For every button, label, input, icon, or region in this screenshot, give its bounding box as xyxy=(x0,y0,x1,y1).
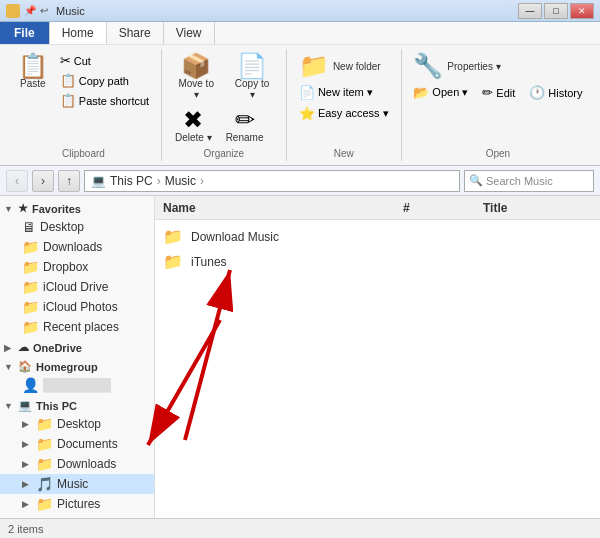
open-label: Open xyxy=(486,146,510,159)
window-controls[interactable]: — □ ✕ xyxy=(518,3,594,19)
user-label: ████████ xyxy=(43,378,111,392)
thispc-desktop-label: Desktop xyxy=(57,417,101,431)
sidebar-item-thispc-pictures[interactable]: ▶ 📁 Pictures xyxy=(0,494,154,514)
desktop-label: Desktop xyxy=(40,220,84,234)
download-music-folder-icon: 📁 xyxy=(163,227,183,246)
organize-group: 📦 Move to ▾ 📄 Copy to ▾ ✖ Delete ▾ ✏ xyxy=(162,49,287,161)
tab-view[interactable]: View xyxy=(164,22,215,44)
sidebar-item-icloud-photos[interactable]: 📁 iCloud Photos xyxy=(0,297,154,317)
ribbon: File Home Share View 📋 Paste ✂ Cut 📋 xyxy=(0,22,600,166)
thispc-music-icon: 🎵 xyxy=(36,476,53,492)
thispc-pics-exp: ▶ xyxy=(22,499,32,509)
breadcrumb[interactable]: 💻 This PC › Music › xyxy=(84,170,460,192)
status-text: 2 items xyxy=(8,523,43,535)
sidebar-item-thispc-music[interactable]: ▶ 🎵 Music xyxy=(0,474,154,494)
recent-places-icon: 📁 xyxy=(22,319,39,335)
tab-share[interactable]: Share xyxy=(107,22,164,44)
sidebar-item-dropbox[interactable]: 📁 Dropbox xyxy=(0,257,154,277)
itunes-name: iTunes xyxy=(191,255,227,269)
sidebar-item-homegroup-user[interactable]: 👤 ████████ xyxy=(0,375,154,395)
paste-shortcut-button[interactable]: 📋 Paste shortcut xyxy=(55,91,154,110)
paste-button[interactable]: 📋 Paste xyxy=(13,51,53,92)
sidebar-thispc-header[interactable]: ▼ 💻 This PC xyxy=(0,397,154,414)
breadcrumb-sep1: › xyxy=(157,174,161,188)
rename-icon: ✏ xyxy=(235,108,255,132)
search-box[interactable]: 🔍 Search Music xyxy=(464,170,594,192)
open-row2: 📂 Open ▾ ✏ Edit 🕐 History xyxy=(408,83,587,102)
move-icon: 📦 xyxy=(181,54,211,78)
download-music-name: Download Music xyxy=(191,230,279,244)
sidebar-item-thispc-documents[interactable]: ▶ 📁 Documents xyxy=(0,434,154,454)
sidebar-item-downloads[interactable]: 📁 Downloads xyxy=(0,237,154,257)
maximize-button[interactable]: □ xyxy=(544,3,568,19)
favorites-expander: ▼ xyxy=(4,204,14,214)
sidebar-section-thispc: ▼ 💻 This PC ▶ 📁 Desktop ▶ 📁 Documents ▶ … xyxy=(0,397,154,534)
history-icon: 🕐 xyxy=(529,85,545,100)
delete-button[interactable]: ✖ Delete ▾ xyxy=(170,105,217,146)
sidebar-homegroup-header[interactable]: ▼ 🏠 Homegroup xyxy=(0,358,154,375)
recent-places-label: Recent places xyxy=(43,320,119,334)
easy-access-icon: ⭐ xyxy=(299,106,315,121)
tab-file[interactable]: File xyxy=(0,22,50,44)
thispc-dl-icon: 📁 xyxy=(36,456,53,472)
sidebar-section-homegroup: ▼ 🏠 Homegroup 👤 ████████ xyxy=(0,358,154,395)
user-icon: 👤 xyxy=(22,377,39,393)
easy-access-button[interactable]: ⭐ Easy access ▾ xyxy=(294,104,394,123)
new-item-label: New item ▾ xyxy=(318,86,373,99)
move-to-button[interactable]: 📦 Move to ▾ xyxy=(170,51,222,103)
dropbox-icon: 📁 xyxy=(22,259,39,275)
window-icons: 📌 ↩ xyxy=(6,4,48,18)
search-placeholder: Search Music xyxy=(486,175,553,187)
forward-button[interactable]: › xyxy=(32,170,54,192)
rename-label: Rename xyxy=(226,132,264,143)
sidebar-item-thispc-desktop[interactable]: ▶ 📁 Desktop xyxy=(0,414,154,434)
close-button[interactable]: ✕ xyxy=(570,3,594,19)
sidebar-item-icloud-drive[interactable]: 📁 iCloud Drive xyxy=(0,277,154,297)
sidebar-item-thispc-downloads[interactable]: ▶ 📁 Downloads xyxy=(0,454,154,474)
thispc-docs-label: Documents xyxy=(57,437,118,451)
sidebar-item-recent-places[interactable]: 📁 Recent places xyxy=(0,317,154,337)
tab-home[interactable]: Home xyxy=(50,22,107,44)
sidebar-onedrive-header[interactable]: ▶ ☁ OneDrive xyxy=(0,339,154,356)
clipboard-col: ✂ Cut 📋 Copy path 📋 Paste shortcut xyxy=(55,51,154,110)
ribbon-content: 📋 Paste ✂ Cut 📋 Copy path 📋 Paste shortc… xyxy=(0,44,600,165)
copy-path-icon: 📋 xyxy=(60,73,76,88)
favorites-label: Favorites xyxy=(32,203,81,215)
open-buttons: 🔧 Properties ▾ 📂 Open ▾ ✏ Edit 🕐 History xyxy=(408,51,587,146)
onedrive-label: OneDrive xyxy=(33,342,82,354)
delete-icon: ✖ xyxy=(183,108,203,132)
move-label: Move to ▾ xyxy=(175,78,217,100)
up-button[interactable]: ↑ xyxy=(58,170,80,192)
cut-button[interactable]: ✂ Cut xyxy=(55,51,154,70)
status-bar: 2 items xyxy=(0,518,600,538)
desktop-icon: 🖥 xyxy=(22,219,36,235)
clipboard-buttons: 📋 Paste ✂ Cut 📋 Copy path 📋 Paste shortc… xyxy=(13,51,154,146)
breadcrumb-thispc[interactable]: This PC xyxy=(110,174,153,188)
easy-access-label: Easy access ▾ xyxy=(318,107,389,120)
copy-path-button[interactable]: 📋 Copy path xyxy=(55,71,154,90)
back-button[interactable]: ‹ xyxy=(6,170,28,192)
minimize-button[interactable]: — xyxy=(518,3,542,19)
icloud-photos-icon: 📁 xyxy=(22,299,39,315)
dropbox-label: Dropbox xyxy=(43,260,88,274)
homegroup-expander: ▼ xyxy=(4,362,14,372)
sidebar-item-desktop[interactable]: 🖥 Desktop xyxy=(0,217,154,237)
paste-label: Paste xyxy=(20,78,46,89)
sidebar-favorites-header[interactable]: ▼ ★ Favorites xyxy=(0,200,154,217)
copy-icon: 📄 xyxy=(237,54,267,78)
history-button[interactable]: 🕐 History xyxy=(524,83,587,102)
open-group: 🔧 Properties ▾ 📂 Open ▾ ✏ Edit 🕐 History xyxy=(402,49,594,161)
new-folder-button[interactable]: 📁 New folder xyxy=(294,51,386,81)
organize-row1: 📦 Move to ▾ 📄 Copy to ▾ xyxy=(170,51,278,103)
copy-to-button[interactable]: 📄 Copy to ▾ xyxy=(226,51,277,103)
rename-button[interactable]: ✏ Rename xyxy=(221,105,269,146)
edit-button[interactable]: ✏ Edit xyxy=(477,83,520,102)
breadcrumb-music[interactable]: Music xyxy=(165,174,196,188)
open-button[interactable]: 📂 Open ▾ xyxy=(408,83,473,102)
properties-button[interactable]: 🔧 Properties ▾ xyxy=(408,51,505,81)
sidebar-section-onedrive: ▶ ☁ OneDrive xyxy=(0,339,154,356)
list-item-itunes[interactable]: 📁 iTunes xyxy=(155,249,600,274)
new-item-button[interactable]: 📄 New item ▾ xyxy=(294,83,378,102)
list-item-download-music[interactable]: 📁 Download Music xyxy=(155,224,600,249)
clipboard-group: 📋 Paste ✂ Cut 📋 Copy path 📋 Paste shortc… xyxy=(6,49,162,161)
